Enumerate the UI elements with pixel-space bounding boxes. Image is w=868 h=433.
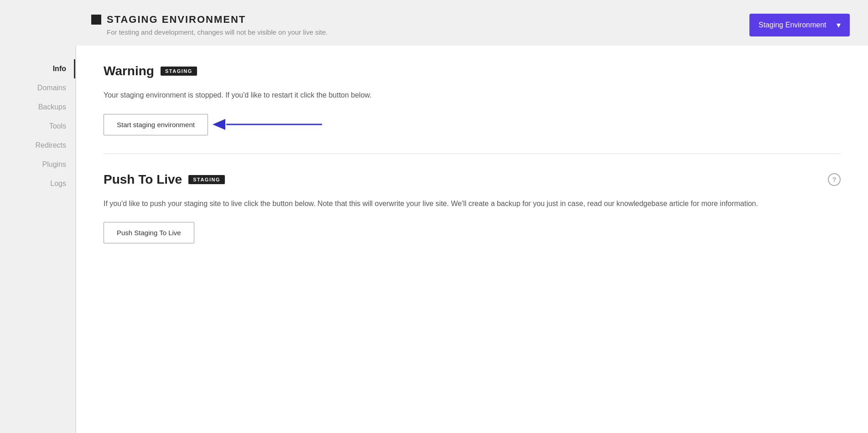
sidebar-item-backups[interactable]: Backups	[0, 98, 75, 117]
start-staging-row: Start staging environment	[104, 114, 841, 135]
environment-dropdown[interactable]: Staging Environment ▾	[749, 14, 850, 36]
section-divider	[104, 154, 841, 154]
svg-marker-1	[213, 119, 225, 130]
start-staging-button[interactable]: Start staging environment	[104, 114, 208, 135]
push-to-live-section: Push To Live STAGING ? If you'd like to …	[104, 172, 841, 244]
warning-title: Warning	[104, 64, 154, 78]
push-to-live-header-row: Push To Live STAGING ?	[104, 172, 841, 187]
sidebar-item-logs[interactable]: Logs	[0, 174, 75, 193]
header-left: STAGING ENVIRONMENT For testing and deve…	[91, 14, 327, 36]
sidebar-item-tools[interactable]: Tools	[0, 117, 75, 136]
header-title-row: STAGING ENVIRONMENT	[91, 14, 327, 26]
push-to-live-title-group: Push To Live STAGING	[104, 172, 225, 187]
warning-section: Warning STAGING Your staging environment…	[104, 64, 841, 135]
main-content: Warning STAGING Your staging environment…	[75, 46, 868, 433]
page-header: STAGING ENVIRONMENT For testing and deve…	[0, 0, 868, 46]
sidebar-item-domains[interactable]: Domains	[0, 78, 75, 98]
warning-title-row: Warning STAGING	[104, 64, 841, 78]
arrow-annotation	[213, 116, 322, 133]
sidebar-item-redirects[interactable]: Redirects	[0, 136, 75, 155]
sidebar: Info Domains Backups Tools Redirects Plu…	[0, 46, 75, 433]
push-staging-to-live-button[interactable]: Push Staging To Live	[104, 222, 194, 243]
chevron-down-icon: ▾	[837, 20, 841, 30]
warning-staging-badge: STAGING	[161, 67, 197, 76]
main-layout: Info Domains Backups Tools Redirects Plu…	[0, 46, 868, 433]
push-to-live-title: Push To Live	[104, 172, 182, 187]
warning-text: Your staging environment is stopped. If …	[104, 89, 841, 101]
sidebar-item-plugins[interactable]: Plugins	[0, 155, 75, 174]
push-to-live-text: If you'd like to push your staging site …	[104, 198, 841, 210]
page-title: STAGING ENVIRONMENT	[107, 14, 246, 26]
staging-icon	[91, 15, 101, 25]
env-dropdown-label: Staging Environment	[759, 21, 826, 29]
page-subtitle: For testing and development, changes wil…	[107, 28, 327, 36]
push-to-live-staging-badge: STAGING	[188, 175, 225, 184]
sidebar-item-info[interactable]: Info	[0, 59, 75, 78]
help-icon[interactable]: ?	[828, 173, 841, 186]
